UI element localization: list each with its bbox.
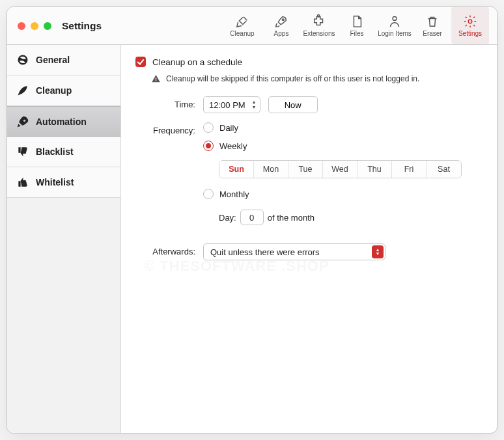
afterwards-label: Afterwards: <box>135 243 195 256</box>
gear-icon <box>463 14 477 29</box>
select-caret-icon[interactable]: ▲▼ <box>372 245 384 258</box>
stepper-down-icon[interactable]: ▾ <box>249 105 259 110</box>
afterwards-select[interactable]: Quit unless there were errors <box>203 243 385 260</box>
weekday-thu[interactable]: Thu <box>357 161 392 178</box>
monthly-day-field[interactable]: 0 <box>240 210 264 225</box>
monthly-day-value: 0 <box>249 213 254 223</box>
trash-icon <box>425 14 440 29</box>
time-field[interactable]: 12:00 PM ▴ ▾ <box>203 96 260 113</box>
window-controls <box>18 22 51 30</box>
weekday-tue[interactable]: Tue <box>288 161 323 178</box>
monthly-day-label: Day: <box>219 213 236 223</box>
schedule-checkbox-row: Cleanup on a schedule <box>135 57 483 67</box>
file-icon <box>350 14 364 29</box>
thumb-up-icon <box>16 176 29 189</box>
puzzle-icon <box>312 14 326 29</box>
toolbar-tab-settings[interactable]: Settings <box>451 7 489 44</box>
close-window-button[interactable] <box>18 22 25 30</box>
weekday-fri[interactable]: Fri <box>392 161 427 178</box>
sidebar-item-cleanup[interactable]: Cleanup <box>7 76 120 106</box>
frequency-radios: Daily Weekly Sun Mon Tue Wed Thu Fri Sat <box>203 122 483 225</box>
toolbar-tab-extensions[interactable]: Extensions <box>300 7 338 44</box>
time-label: Time: <box>135 96 195 109</box>
time-row: 12:00 PM ▴ ▾ Now <box>203 96 483 113</box>
toolbar-tab-label: Eraser <box>423 30 441 37</box>
person-icon <box>387 14 402 29</box>
feather-icon <box>16 84 29 97</box>
toolbar-tab-login-items[interactable]: Login Items <box>376 7 413 44</box>
weekday-sat[interactable]: Sat <box>427 161 461 178</box>
frequency-monthly[interactable]: Monthly <box>203 189 483 199</box>
toolbar-tab-label: Apps <box>274 30 289 37</box>
toolbar-tab-files[interactable]: Files <box>338 7 376 44</box>
target-icon <box>16 53 29 66</box>
sidebar-item-whitelist[interactable]: Whitelist <box>7 167 120 198</box>
monthly-day-suffix: of the month <box>268 213 315 223</box>
afterwards-select-wrap: Quit unless there were errors ▲▼ <box>203 243 385 260</box>
radio-icon <box>203 122 214 133</box>
sidebar-item-automation[interactable]: Automation <box>7 106 120 137</box>
frequency-daily[interactable]: Daily <box>203 122 483 133</box>
sidebar-item-label: Blacklist <box>36 146 74 157</box>
svg-point-0 <box>282 19 284 21</box>
svg-point-3 <box>468 20 472 23</box>
svg-point-2 <box>393 16 397 20</box>
form-grid: Time: 12:00 PM ▴ ▾ Now Frequency: <box>135 96 483 260</box>
weekday-sun[interactable]: Sun <box>219 161 254 178</box>
toolbar-tab-apps[interactable]: Apps <box>262 7 300 44</box>
thumb-down-icon <box>16 145 29 158</box>
toolbar-tab-label: Settings <box>458 30 482 37</box>
minimize-window-button[interactable] <box>31 22 38 30</box>
rocket-icon <box>274 14 288 29</box>
weekday-wed[interactable]: Wed <box>323 161 357 178</box>
toolbar-tab-label: Cleanup <box>230 30 254 37</box>
window-title: Settings <box>62 20 102 32</box>
maximize-window-button[interactable] <box>44 22 51 30</box>
sidebar-item-blacklist[interactable]: Blacklist <box>7 137 120 167</box>
toolbar-tab-eraser[interactable]: Eraser <box>413 7 451 44</box>
broom-icon <box>235 14 249 29</box>
frequency-label: Frequency: <box>135 122 195 135</box>
svg-point-1 <box>317 15 319 17</box>
settings-window: Settings Cleanup Apps Extensions Files L… <box>7 7 497 433</box>
sidebar-item-label: Automation <box>36 117 87 127</box>
frequency-weekly[interactable]: Weekly <box>203 141 483 151</box>
radio-icon <box>203 189 214 199</box>
afterwards-value: Quit unless there were errors <box>210 247 320 257</box>
sidebar-item-label: General <box>36 55 70 65</box>
sidebar-item-general[interactable]: General <box>7 45 120 76</box>
sidebar-item-label: Cleanup <box>36 85 72 96</box>
warning-text: Cleanup will be skipped if this computer… <box>166 74 419 83</box>
monthly-day-row: Day: 0 of the month <box>219 210 483 225</box>
warning-row: Cleanup will be skipped if this computer… <box>151 74 483 83</box>
toolbar-tab-label: Login Items <box>378 30 412 37</box>
sidebar: General Cleanup Automation Blacklist Whi… <box>7 45 121 433</box>
time-value: 12:00 PM <box>209 100 245 110</box>
weekday-mon[interactable]: Mon <box>254 161 288 178</box>
schedule-checkbox-label: Cleanup on a schedule <box>152 57 242 67</box>
radio-label: Monthly <box>219 189 249 199</box>
weekday-segmented: Sun Mon Tue Wed Thu Fri Sat <box>219 160 462 178</box>
toolbar-tab-label: Files <box>350 30 363 37</box>
radio-label: Weekly <box>219 141 247 151</box>
toolbar-tabs: Cleanup Apps Extensions Files Login Item… <box>222 7 489 44</box>
now-button[interactable]: Now <box>268 96 318 113</box>
rocket-icon <box>16 115 29 128</box>
sidebar-spacer <box>7 198 120 433</box>
radio-label: Daily <box>219 123 238 133</box>
schedule-checkbox[interactable] <box>135 57 146 67</box>
toolbar-tab-cleanup[interactable]: Cleanup <box>222 7 262 44</box>
sidebar-item-label: Whitelist <box>36 177 74 187</box>
body: © THESOFTWARE .SHOP General Cleanup Auto… <box>7 45 497 433</box>
toolbar-tab-label: Extensions <box>303 30 335 37</box>
radio-icon <box>203 141 214 151</box>
warning-icon <box>151 74 161 83</box>
titlebar: Settings Cleanup Apps Extensions Files L… <box>7 7 497 45</box>
content-panel: Cleanup on a schedule Cleanup will be sk… <box>121 45 497 433</box>
time-stepper[interactable]: ▴ ▾ <box>249 98 259 112</box>
